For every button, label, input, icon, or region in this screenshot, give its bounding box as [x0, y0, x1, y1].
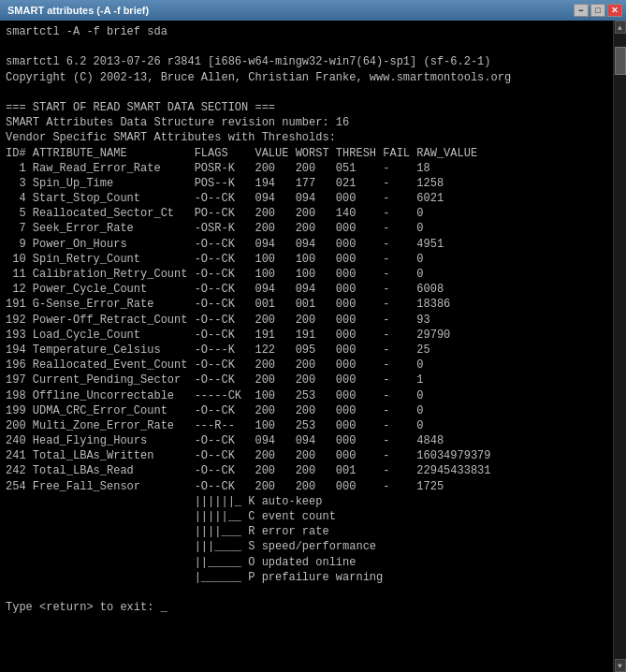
scroll-down-arrow[interactable]: ▼	[615, 659, 626, 672]
terminal-output: smartctl -A -f brief sda smartctl 6.2 20…	[6, 24, 620, 615]
scroll-up-arrow[interactable]: ▲	[615, 21, 626, 34]
scrollbar-thumb[interactable]	[615, 47, 626, 75]
title-bar: SMART attributes (-A -f brief) − □ ✕	[0, 0, 626, 21]
title-bar-text: SMART attributes (-A -f brief)	[4, 5, 149, 16]
title-bar-buttons: − □ ✕	[574, 4, 622, 17]
terminal-window: smartctl -A -f brief sda smartctl 6.2 20…	[0, 21, 626, 672]
minimize-button[interactable]: −	[574, 4, 589, 17]
close-button[interactable]: ✕	[607, 4, 622, 17]
maximize-button[interactable]: □	[590, 4, 605, 17]
scrollbar[interactable]: ▲ ▼	[613, 21, 626, 672]
